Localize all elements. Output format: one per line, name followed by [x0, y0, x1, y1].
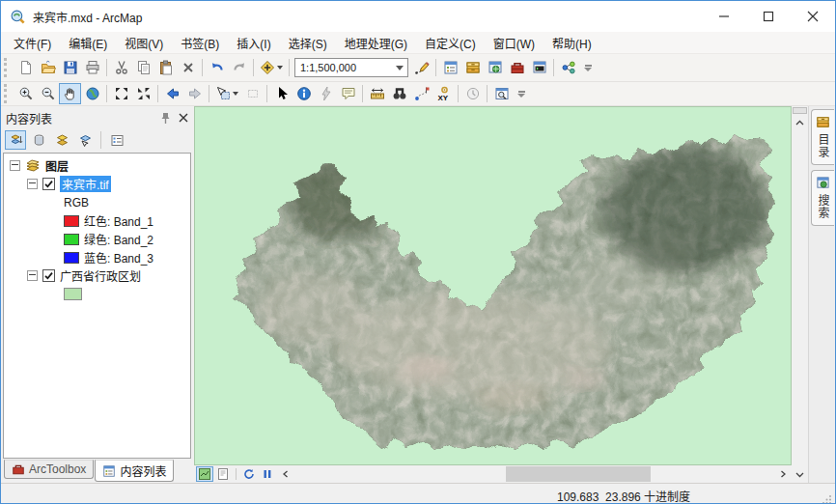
h-scroll-right-arrow[interactable] [774, 466, 792, 482]
catalog-window-button[interactable] [461, 57, 484, 78]
menu-window[interactable]: 窗口(W) [485, 33, 543, 53]
collapse-icon[interactable] [10, 160, 20, 171]
clear-selection-button[interactable] [241, 83, 264, 104]
save-button[interactable] [59, 57, 81, 78]
window-controls [702, 1, 835, 32]
new-document-button[interactable] [14, 57, 37, 78]
scale-dropdown-caret[interactable] [396, 66, 404, 70]
menu-edit[interactable]: 编辑(E) [60, 33, 116, 53]
toolbar-overflow-button[interactable] [515, 91, 528, 98]
layout-view-button[interactable] [214, 466, 232, 482]
search-window-button[interactable] [484, 57, 506, 78]
viewer-window-button[interactable] [490, 83, 513, 104]
collapse-icon[interactable] [27, 179, 38, 189]
layer-checkbox[interactable] [42, 178, 55, 190]
layers-group-row[interactable]: 图层 [4, 156, 190, 175]
close-icon[interactable] [179, 113, 188, 123]
open-button[interactable] [37, 57, 59, 78]
tab-arctoolbox[interactable]: ArcToolbox [4, 460, 94, 479]
refresh-view-button[interactable] [240, 466, 258, 482]
list-by-visibility-button[interactable] [51, 130, 72, 150]
vertical-scrollbar[interactable] [792, 106, 808, 483]
modelbuilder-button[interactable] [557, 57, 579, 78]
delete-button[interactable] [177, 57, 199, 78]
select-features-dropdown-caret[interactable] [233, 92, 238, 96]
measure-tool[interactable] [366, 83, 388, 104]
go-back-extent-button[interactable] [161, 83, 183, 104]
find-route-tool[interactable] [410, 83, 432, 104]
v-scroll-down-arrow[interactable] [793, 467, 807, 482]
menu-selection[interactable]: 选择(S) [280, 33, 336, 53]
maximize-button[interactable] [746, 1, 791, 32]
paste-button[interactable] [154, 57, 177, 78]
arctoolbox-button[interactable] [506, 57, 528, 78]
go-to-xy-tool[interactable]: XY [432, 83, 455, 104]
map-canvas[interactable] [194, 106, 792, 465]
menu-insert[interactable]: 插入(I) [228, 33, 279, 53]
python-window-button[interactable] [528, 57, 550, 78]
h-scroll-left-arrow[interactable] [277, 466, 294, 482]
select-elements-tool[interactable] [270, 83, 293, 104]
vector-layer-name[interactable]: 广西省行政区划 [60, 267, 141, 284]
toolbar-grip[interactable] [4, 58, 11, 77]
pin-icon[interactable] [160, 112, 171, 125]
fixed-zoom-out-tool[interactable] [132, 83, 154, 104]
cut-button[interactable] [110, 57, 132, 78]
satellite-raster [195, 107, 791, 464]
layer-checkbox[interactable] [42, 269, 55, 282]
pan-tool[interactable] [59, 83, 81, 104]
vector-symbol-swatch[interactable] [64, 288, 82, 300]
horizontal-scrollbar[interactable] [295, 466, 773, 482]
data-view-button[interactable] [196, 466, 213, 482]
list-by-selection-button[interactable] [74, 130, 96, 150]
minimize-button[interactable] [702, 1, 746, 32]
menu-bookmarks[interactable]: 书签(B) [172, 33, 228, 53]
menu-customize[interactable]: 自定义(C) [416, 33, 485, 53]
menu-geoprocessing[interactable]: 地理处理(G) [336, 33, 416, 53]
add-data-button[interactable] [257, 57, 286, 78]
catalog-side-tab[interactable]: 目录 [811, 109, 834, 165]
toolbar-grip[interactable] [4, 84, 11, 103]
menu-help[interactable]: 帮助(H) [543, 33, 600, 53]
list-by-source-button[interactable] [28, 130, 49, 150]
full-extent-tool[interactable] [81, 83, 103, 104]
editor-toolbar-button[interactable] [410, 57, 432, 78]
v-scroll-up-arrow[interactable] [793, 116, 807, 130]
menu-view[interactable]: 视图(V) [116, 33, 172, 53]
horizontal-scrollbar-thumb[interactable] [506, 466, 651, 482]
identify-tool[interactable] [293, 83, 315, 104]
scrollbar-splitter-handle[interactable] [793, 107, 807, 114]
undo-button[interactable] [206, 57, 228, 78]
toolbar-overflow-button[interactable] [581, 65, 595, 71]
find-tool[interactable] [388, 83, 410, 104]
select-features-tool[interactable] [212, 83, 241, 104]
pause-drawing-button[interactable] [259, 466, 276, 482]
time-slider-button[interactable] [461, 83, 484, 104]
table-of-contents-button[interactable] [439, 57, 461, 78]
hyperlink-tool[interactable] [315, 83, 337, 104]
add-data-dropdown-caret[interactable] [277, 66, 283, 70]
redo-button[interactable] [228, 57, 250, 78]
copy-button[interactable] [132, 57, 154, 78]
raster-layer-name[interactable]: 来宾市.tif [60, 176, 111, 192]
html-popup-tool[interactable] [337, 83, 359, 104]
raster-layer-row[interactable]: 来宾市.tif [4, 175, 190, 193]
zoom-out-tool[interactable] [37, 83, 59, 104]
print-button[interactable] [81, 57, 103, 78]
tab-contents[interactable]: 内容列表 [95, 460, 174, 482]
resize-grip[interactable] [822, 494, 832, 504]
fixed-zoom-in-tool[interactable] [110, 83, 132, 104]
scale-combobox[interactable]: 1:1,500,000 [294, 58, 408, 77]
toc-options-button[interactable] [106, 130, 127, 150]
search-side-tab[interactable]: 搜索 [811, 170, 834, 226]
vector-layer-row[interactable]: 广西省行政区划 [4, 266, 190, 285]
tab-arctoolbox-label: ArcToolbox [29, 462, 86, 476]
zoom-in-tool[interactable] [14, 83, 37, 104]
menu-file[interactable]: 文件(F) [5, 33, 60, 53]
collapse-icon[interactable] [27, 270, 38, 281]
separator [106, 59, 107, 76]
vector-symbol-row[interactable] [4, 285, 190, 303]
go-forward-extent-button[interactable] [183, 83, 206, 104]
list-by-drawing-order-button[interactable] [5, 130, 26, 150]
close-button[interactable] [791, 1, 835, 32]
